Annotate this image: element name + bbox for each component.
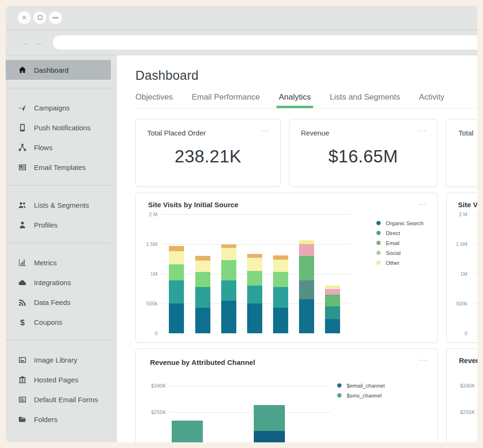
- gridline: [473, 274, 477, 274]
- bar-segment: [221, 280, 236, 301]
- site-visits-row: Site Visits by Initial Source ··· 2 M1.5…: [135, 193, 477, 343]
- bar-segment: [247, 258, 262, 271]
- gridline: [162, 244, 350, 245]
- bar-segment: [299, 244, 314, 256]
- sidebar-item-coupons[interactable]: $Coupons: [6, 312, 111, 332]
- sidebar-item-default-email-forms[interactable]: Default Email Forms: [6, 389, 111, 409]
- bar-segment: [172, 421, 203, 442]
- legend-dot-icon: [376, 221, 381, 225]
- legend-dot-icon: [376, 261, 381, 265]
- bar-segment: [247, 271, 262, 286]
- card-menu-button[interactable]: ···: [418, 126, 426, 134]
- bank-icon: [18, 375, 27, 384]
- sidebar-item-label: Hosted Pages: [34, 376, 78, 384]
- y-axis-tick-label: 0: [451, 330, 467, 336]
- sidebar-item-metrics[interactable]: Metrics: [6, 253, 111, 272]
- bar-segment: [325, 289, 340, 295]
- sidebar-item-label: Metrics: [34, 259, 57, 267]
- bar-segment: [299, 280, 314, 299]
- legend-label: $sms_channel: [347, 393, 382, 398]
- rss-icon: [18, 298, 27, 307]
- bar-chart-icon: [18, 258, 27, 267]
- browser-window: × ← → DashboardCampaignsPush Notificatio…: [6, 6, 477, 442]
- sidebar-item-label: Push Notifications: [34, 124, 91, 132]
- bar-segment: [325, 306, 340, 319]
- legend-label: Organic Search: [386, 220, 424, 226]
- bar-segment: [195, 256, 210, 261]
- y-axis-tick-label: 500k: [451, 301, 467, 306]
- sidebar-item-data-feeds[interactable]: Data Feeds: [6, 292, 111, 312]
- legend-entry: Email: [376, 240, 424, 246]
- stat-card-title: Total: [458, 129, 477, 137]
- gridline: [473, 214, 477, 215]
- chart-legend: $email_channel$sms_channel: [337, 382, 385, 398]
- bar-segment: [247, 304, 262, 333]
- chart-legend: Organic SearchDirectEmailSocialOther: [376, 220, 424, 266]
- sidebar-item-folders[interactable]: Folders: [6, 409, 111, 429]
- sidebar-item-integrations[interactable]: Integrations: [6, 272, 111, 292]
- bar-segment: [195, 287, 210, 308]
- bar-segment: [247, 254, 262, 258]
- bar-segment: [325, 295, 340, 306]
- tab-activity[interactable]: Activity: [419, 93, 444, 108]
- bar-segment: [273, 272, 288, 287]
- bar-segment: [299, 240, 314, 244]
- stat-card-value: 238.21K: [136, 147, 280, 167]
- gridline: [162, 214, 350, 215]
- y-axis-tick-label: 1M: [451, 271, 467, 277]
- y-axis-tick-label: 1M: [141, 271, 158, 277]
- tab-email-performance[interactable]: Email Performance: [192, 93, 260, 108]
- url-input[interactable]: [53, 35, 477, 50]
- flow-icon: [18, 143, 27, 152]
- legend-dot-icon: [337, 393, 341, 397]
- sidebar-item-lists-segments[interactable]: Lists & Segments: [6, 195, 111, 215]
- window-maximize-button[interactable]: [33, 11, 46, 24]
- tab-objectives[interactable]: Objectives: [135, 93, 173, 108]
- legend-dot-icon: [376, 251, 381, 255]
- bar-segment: [195, 272, 210, 287]
- bar-segment: [195, 308, 210, 333]
- sidebar-item-dashboard[interactable]: Dashboard: [6, 60, 111, 80]
- maximize-icon: [38, 15, 42, 20]
- tab-lists-and-segments[interactable]: Lists and Segments: [330, 93, 400, 108]
- svg-text:$: $: [20, 318, 25, 327]
- sidebar-item-label: Integrations: [34, 279, 71, 287]
- legend-entry: Other: [376, 260, 424, 266]
- stat-card-row: Total Placed Order ··· 238.21K Revenue ·…: [135, 119, 477, 187]
- sidebar-item-flows[interactable]: Flows: [6, 137, 111, 157]
- browser-toolbar: ← →: [6, 30, 477, 55]
- legend-dot-icon: [376, 231, 381, 235]
- legend-entry: $sms_channel: [337, 392, 385, 398]
- tab-analytics[interactable]: Analytics: [279, 93, 311, 108]
- y-axis-tick-label: $255K: [454, 409, 475, 415]
- sidebar-item-image-library[interactable]: Image Library: [6, 350, 111, 370]
- bar-segment: [273, 255, 288, 260]
- legend-dot-icon: [376, 241, 381, 245]
- bar-segment: [169, 264, 184, 280]
- card-menu-button[interactable]: ···: [418, 200, 427, 208]
- sidebar-item-label: Flows: [34, 144, 52, 152]
- bar-segment: [247, 286, 262, 304]
- forward-arrow-icon[interactable]: →: [32, 38, 44, 47]
- sidebar-item-campaigns[interactable]: Campaigns: [6, 98, 111, 118]
- window-minimize-button[interactable]: [49, 11, 62, 24]
- app-body: DashboardCampaignsPush NotificationsFlow…: [6, 55, 477, 442]
- dashboard-grid: Total Placed Order ··· 238.21K Revenue ·…: [135, 119, 477, 442]
- legend-entry: Social: [376, 250, 424, 256]
- bar-segment: [221, 301, 236, 333]
- back-arrow-icon[interactable]: ←: [20, 38, 32, 47]
- sidebar-item-profiles[interactable]: Profiles: [6, 215, 111, 235]
- sidebar-item-email-templates[interactable]: Email Templates: [6, 157, 111, 177]
- sidebar-divider: [6, 88, 111, 88]
- sidebar-item-label: Image Library: [34, 356, 77, 364]
- stat-card-partial: Total: [446, 119, 477, 187]
- folder-icon: [18, 415, 27, 424]
- sidebar-item-hosted-pages[interactable]: Hosted Pages: [6, 370, 111, 389]
- window-close-button[interactable]: ×: [18, 11, 31, 24]
- sidebar-item-push-notifications[interactable]: Push Notifications: [6, 118, 111, 137]
- card-menu-button[interactable]: ···: [418, 355, 427, 363]
- gridline: [170, 412, 331, 413]
- card-menu-button[interactable]: ···: [261, 126, 270, 134]
- window-titlebar: ×: [6, 6, 477, 30]
- bar-segment: [221, 245, 236, 247]
